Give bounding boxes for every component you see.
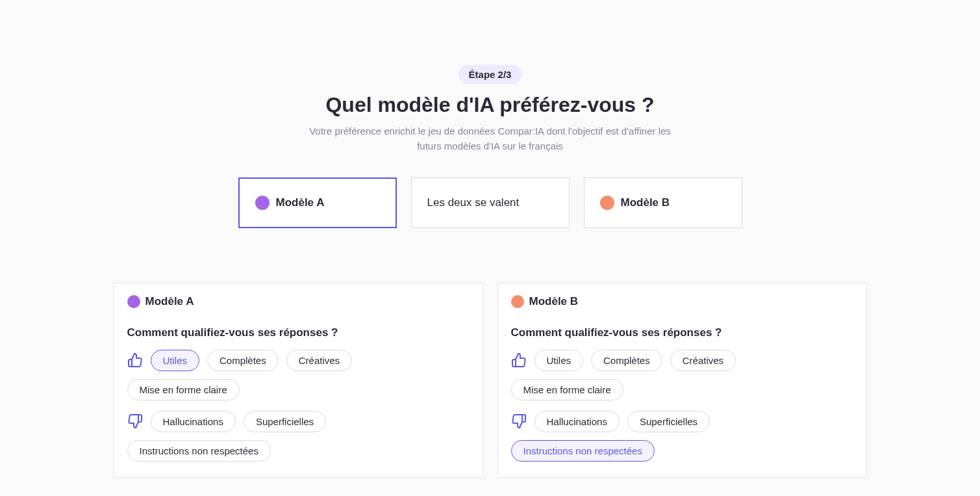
chip-b-pos-1[interactable]: Complètes	[591, 350, 662, 371]
chip-a-pos-1[interactable]: Complètes	[207, 350, 279, 371]
chip-a-neg-0[interactable]: Hallucinations	[151, 411, 236, 432]
chip-a-neg-2[interactable]: Instructions non respectées	[127, 440, 271, 462]
chip-b-pos-3[interactable]: Mise en forme claire	[511, 379, 623, 400]
chip-a-pos-2[interactable]: Créatives	[286, 350, 352, 371]
choice-model-b[interactable]: Modèle B	[584, 177, 742, 228]
thumbs-down-icon	[511, 413, 527, 429]
panel-a-label: Modèle A	[145, 295, 194, 308]
panel-b-negative-row: Hallucinations Superficielles Instructio…	[511, 411, 853, 462]
thumbs-up-icon	[511, 352, 527, 368]
chip-a-neg-1[interactable]: Superficielles	[244, 411, 326, 432]
chip-b-neg-0[interactable]: Hallucinations	[534, 411, 620, 432]
choice-model-a-label: Modèle A	[276, 196, 325, 209]
panel-b-dot-icon	[511, 295, 524, 308]
model-a-dot-icon	[255, 196, 270, 210]
panel-b-positive-row: Utiles Complètes Créatives Mise en forme…	[511, 350, 853, 400]
panel-model-a: Modèle A Comment qualifiez-vous ses répo…	[114, 283, 483, 478]
chip-b-neg-1[interactable]: Superficielles	[627, 411, 710, 432]
panel-a-negative-row: Hallucinations Superficielles Instructio…	[127, 411, 470, 462]
panel-model-b: Modèle B Comment qualifiez-vous ses répo…	[497, 283, 867, 478]
choice-tie[interactable]: Les deux se valent	[411, 177, 570, 228]
choice-model-b-label: Modèle B	[621, 196, 670, 209]
panel-a-dot-icon	[127, 295, 140, 308]
step-indicator: Étape 2/3	[459, 65, 522, 84]
page-title: Quel modèle d'IA préférez-vous ?	[101, 93, 880, 117]
chip-b-pos-0[interactable]: Utiles	[534, 350, 584, 371]
choice-model-a[interactable]: Modèle A	[238, 177, 397, 228]
panel-a-question: Comment qualifiez-vous ses réponses ?	[127, 326, 470, 339]
chip-a-pos-3[interactable]: Mise en forme claire	[127, 379, 240, 400]
panel-b-question: Comment qualifiez-vous ses réponses ?	[511, 326, 853, 339]
thumbs-up-icon	[127, 352, 143, 368]
chip-a-pos-0[interactable]: Utiles	[151, 350, 200, 371]
preference-choice-row: Modèle A Les deux se valent Modèle B	[101, 177, 880, 228]
panel-b-label: Modèle B	[529, 295, 579, 308]
model-b-dot-icon	[600, 196, 614, 210]
chip-b-pos-2[interactable]: Créatives	[670, 350, 736, 371]
chip-b-neg-2[interactable]: Instructions non respectées	[511, 440, 655, 462]
thumbs-down-icon	[127, 413, 143, 429]
panel-a-positive-row: Utiles Complètes Créatives Mise en forme…	[127, 350, 470, 400]
choice-tie-label: Les deux se valent	[427, 196, 520, 209]
page-subtitle: Votre préférence enrichit le jeu de donn…	[308, 124, 672, 154]
